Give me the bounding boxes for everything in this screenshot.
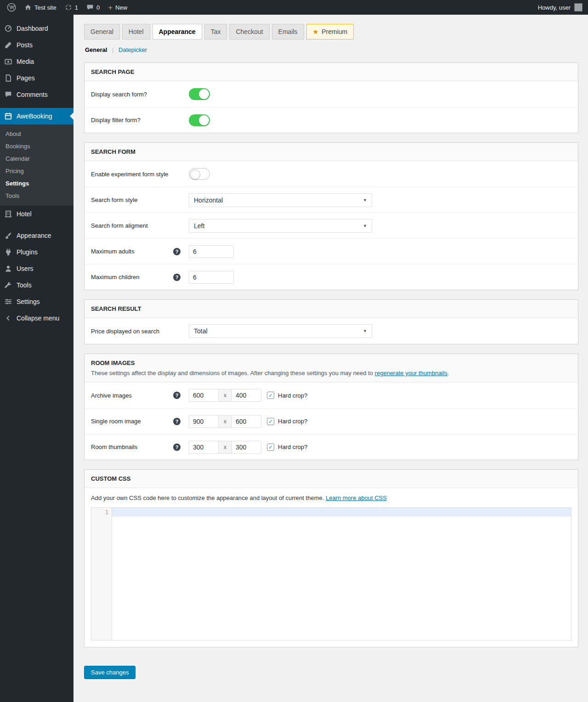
tab-premium[interactable]: ★ Premium: [306, 24, 354, 39]
display-filter-form-toggle[interactable]: [189, 114, 210, 126]
help-icon[interactable]: ?: [173, 274, 181, 281]
dimension-separator: x: [218, 441, 232, 453]
regenerate-thumbnails-link[interactable]: regenerate your thumbnails: [375, 370, 447, 376]
sidebar-item-label: Appearance: [17, 232, 51, 239]
sidebar-item-label: Users: [17, 265, 34, 272]
sidebar-item-label: Collapse menu: [17, 314, 59, 322]
display-search-form-toggle[interactable]: [189, 88, 210, 100]
tab-emails[interactable]: Emails: [272, 24, 304, 39]
updates-indicator[interactable]: 1: [61, 0, 82, 15]
search-result-section: SEARCH RESULT Price displayed on search …: [84, 299, 578, 344]
sidebar-item-label: AweBooking: [17, 112, 52, 120]
sidebar-item-pages[interactable]: Pages: [0, 70, 74, 86]
single-room-width-input[interactable]: [189, 416, 218, 427]
room-images-header: ROOM IMAGES These settings affect the di…: [85, 354, 578, 382]
help-icon[interactable]: ?: [173, 248, 181, 255]
tab-appearance[interactable]: Appearance: [153, 24, 202, 39]
submenu-item-settings[interactable]: Settings: [0, 177, 74, 190]
sidebar-item-appearance[interactable]: Appearance: [0, 227, 74, 244]
experiment-form-style-toggle[interactable]: [189, 168, 210, 180]
sidebar-item-dashboard[interactable]: Dashboard: [0, 20, 74, 37]
editor-code-area[interactable]: [112, 508, 571, 640]
subnav-datepicker[interactable]: Datepicker: [119, 46, 147, 53]
tab-premium-label: Premium: [322, 28, 347, 35]
thumbnail-height-input[interactable]: [232, 441, 261, 453]
account-menu[interactable]: Howdy, user: [538, 3, 585, 11]
tab-checkout[interactable]: Checkout: [229, 24, 269, 39]
settings-icon: [4, 297, 13, 306]
thumbnail-width-input[interactable]: [189, 441, 218, 453]
help-icon[interactable]: ?: [173, 418, 181, 425]
wordpress-logo-icon: [7, 3, 16, 12]
search-result-header: SEARCH RESULT: [85, 300, 578, 318]
section-title: SEARCH RESULT: [91, 305, 571, 312]
submenu-item-calendar[interactable]: Calendar: [0, 152, 74, 165]
field-label-wrap: Room thumbnails ?: [91, 444, 189, 451]
select-value: Total: [194, 327, 208, 335]
save-changes-button[interactable]: Save changes: [84, 666, 136, 679]
display-filter-form-row: Display filter form?: [85, 107, 578, 133]
archive-hard-crop-checkbox[interactable]: ✓: [267, 392, 274, 399]
submenu-item-bookings[interactable]: Bookings: [0, 140, 74, 152]
tab-hotel[interactable]: Hotel: [122, 24, 150, 39]
field-label: Single room image: [91, 418, 141, 425]
field-label: Price displayed on search: [91, 328, 159, 335]
submenu-item-about[interactable]: About: [0, 128, 74, 140]
sidebar-item-settings[interactable]: Settings: [0, 293, 74, 310]
sidebar-item-media[interactable]: Media: [0, 53, 74, 70]
tab-tax[interactable]: Tax: [204, 24, 227, 39]
search-page-header: SEARCH PAGE: [85, 63, 578, 81]
subnav-general[interactable]: General: [85, 46, 107, 53]
field-label-wrap: Price displayed on search: [91, 328, 189, 335]
field-label: Maximum children: [91, 274, 139, 281]
sidebar-item-label: Plugins: [17, 248, 38, 256]
search-form-section: SEARCH FORM Enable experiment form style…: [84, 142, 578, 290]
site-name[interactable]: Test site: [20, 0, 61, 15]
custom-css-header: CUSTOM CSS: [85, 470, 578, 488]
sidebar-item-label: Hotel: [17, 210, 32, 218]
sidebar-item-tools[interactable]: Tools: [0, 277, 74, 293]
single-room-hard-crop-checkbox[interactable]: ✓: [267, 418, 274, 425]
maximum-adults-input[interactable]: [189, 245, 234, 258]
sidebar-item-plugins[interactable]: Plugins: [0, 244, 74, 260]
submenu-item-pricing[interactable]: Pricing: [0, 165, 74, 177]
posts-icon: [4, 40, 13, 50]
help-icon[interactable]: ?: [173, 444, 181, 451]
sidebar-item-posts[interactable]: Posts: [0, 37, 74, 53]
wordpress-logo[interactable]: [3, 0, 20, 15]
search-form-style-select[interactable]: Horizontal ▼: [189, 193, 372, 207]
sidebar-item-label: Pages: [17, 74, 35, 82]
sidebar-item-hotel[interactable]: Hotel: [0, 206, 74, 222]
learn-more-css-link[interactable]: Learn more about CSS: [326, 494, 387, 501]
settings-tabs: General Hotel Appearance Tax Checkout Em…: [84, 24, 578, 39]
experiment-form-style-row: Enable experiment form style: [85, 161, 578, 187]
price-displayed-row: Price displayed on search Total ▼: [85, 318, 578, 344]
field-label-wrap: Archive images ?: [91, 392, 189, 399]
css-code-editor[interactable]: 1: [91, 507, 571, 640]
comments-indicator[interactable]: 0: [82, 0, 104, 15]
menu-separator: [0, 222, 74, 227]
dashboard-icon: [4, 24, 13, 33]
archive-width-input[interactable]: [189, 389, 218, 401]
sidebar-item-awebooking[interactable]: AweBooking: [0, 108, 74, 124]
new-label: New: [115, 4, 127, 11]
collapse-menu-button[interactable]: Collapse menu: [0, 310, 74, 326]
single-room-height-input[interactable]: [232, 416, 261, 427]
admin-sidebar: Dashboard Posts Media Pages Comments Awe…: [0, 15, 74, 702]
field-label: Display filter form?: [91, 117, 141, 124]
field-label: Archive images: [91, 392, 132, 399]
sidebar-item-comments[interactable]: Comments: [0, 86, 74, 103]
archive-height-input[interactable]: [232, 389, 261, 401]
thumbnails-hard-crop-checkbox[interactable]: ✓: [267, 444, 274, 451]
sidebar-item-users[interactable]: Users: [0, 260, 74, 277]
help-icon[interactable]: ?: [173, 392, 181, 399]
maximum-children-input[interactable]: [189, 271, 234, 284]
sidebar-item-label: Settings: [17, 298, 40, 305]
price-displayed-select[interactable]: Total ▼: [189, 324, 372, 338]
new-content-button[interactable]: + New: [104, 0, 131, 15]
tab-general[interactable]: General: [84, 24, 120, 39]
submenu-item-tools[interactable]: Tools: [0, 190, 74, 202]
collapse-arrow-icon: [4, 314, 13, 323]
sidebar-item-label: Posts: [17, 41, 33, 49]
search-form-alignment-select[interactable]: Left ▼: [189, 219, 372, 233]
